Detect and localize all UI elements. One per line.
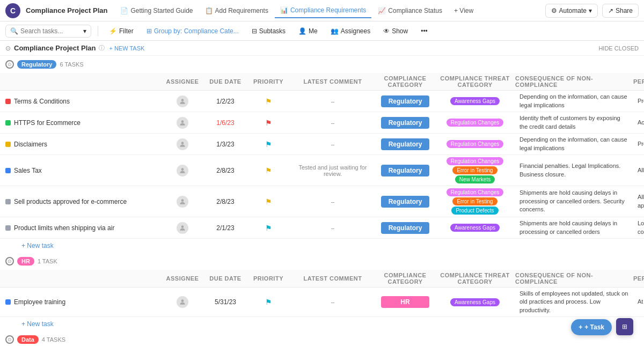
- task-name-cell: Sell products approved for e-commerce: [0, 195, 161, 209]
- collapse-regulatory-btn[interactable]: ⊙: [5, 60, 14, 69]
- hr-badge: HR: [17, 257, 34, 266]
- show-button[interactable]: 👁 Show: [379, 25, 412, 37]
- threat-tag: Regulation Changes: [447, 157, 504, 165]
- tab-icon-getting-started: 📄: [120, 7, 128, 14]
- col-compliance-header-hr: COMPLIANCE CATEGORY: [376, 272, 435, 285]
- tab-label-getting-started: Getting Started Guide: [130, 7, 193, 14]
- assignee-cell: [161, 138, 204, 150]
- comment-cell: Tested and just waiting for review.: [290, 163, 376, 178]
- threat-tag: Awareness Gaps: [450, 224, 500, 232]
- task-name[interactable]: Sales Tax: [14, 167, 42, 174]
- table-row: HTTPS for Ecommerce 1/6/23 ⚑ – Regulator…: [0, 112, 644, 134]
- collapse-hr-btn[interactable]: ⊙: [5, 257, 14, 266]
- search-chevron: ▾: [83, 27, 86, 35]
- task-name[interactable]: Product limits when shipping via air: [14, 224, 114, 232]
- tab-compliance-requirements[interactable]: 📊 Compliance Requirements: [275, 3, 371, 18]
- comment-cell: –: [290, 119, 376, 127]
- compliance-badge: Regulatory: [381, 138, 429, 150]
- assignee-cell: [161, 196, 204, 208]
- collapse-project-icon[interactable]: ⊙: [5, 45, 11, 52]
- priority-cell: ⚑: [247, 119, 290, 127]
- threat-cell: Regulation Changes Error in Testing Prod…: [435, 186, 515, 217]
- due-date-cell: 1/2/23: [204, 98, 247, 105]
- svg-point-4: [181, 199, 184, 202]
- tab-add-requirements[interactable]: 📋 Add Requirements: [200, 4, 274, 18]
- avatar: [177, 117, 188, 129]
- priority-cell: ⚑: [247, 197, 290, 206]
- task-name[interactable]: HTTPS for Ecommerce: [14, 119, 80, 127]
- subtasks-button[interactable]: ⊟ Subtasks: [247, 25, 290, 37]
- section-regulatory-header: ⊙ Regulatory 6 TASKS: [0, 56, 644, 73]
- group-by-button[interactable]: ⊞ Group by: Compliance Cate...: [142, 25, 243, 37]
- compliance-badge: Regulatory: [381, 196, 429, 208]
- col-perform-header: PERFORM: [633, 78, 644, 85]
- compliance-badge: Regulatory: [381, 95, 429, 107]
- assignee-cell: [161, 165, 204, 176]
- task-name[interactable]: Sell products approved for e-commerce: [14, 198, 127, 205]
- task-name-cell: Employee training: [0, 295, 161, 309]
- share-button[interactable]: ↗ Share: [602, 4, 639, 18]
- assignees-button[interactable]: 👥 Assignees: [326, 25, 375, 37]
- filter-button[interactable]: ⚡ Filter: [105, 25, 138, 37]
- new-task-button[interactable]: + NEW TASK: [109, 45, 144, 51]
- automate-button[interactable]: ⚙ Automate ▾: [545, 4, 598, 18]
- assignee-cell: [161, 117, 204, 129]
- consequence-cell: Shipments are hold causing delays in pro…: [515, 187, 633, 216]
- me-button[interactable]: 👤 Me: [294, 25, 322, 37]
- compliance-cell: Regulatory: [376, 115, 435, 131]
- perform-cell: Presence of Terms a: [633, 95, 644, 107]
- comment-cell: –: [290, 298, 376, 306]
- me-label: Me: [309, 27, 318, 35]
- collapse-data-btn[interactable]: ⊙: [5, 335, 14, 344]
- automate-icon: ⚙: [551, 7, 557, 14]
- priority-flag-icon: ⚑: [265, 197, 272, 206]
- share-icon: ↗: [608, 7, 613, 14]
- task-color-indicator: [5, 99, 11, 104]
- threat-tag: Product Defects: [451, 207, 498, 215]
- search-icon: 🔍: [10, 27, 18, 35]
- task-name[interactable]: Terms & Conditions: [14, 98, 70, 105]
- col-assignee-header: ASSIGNEE: [161, 78, 204, 85]
- compliance-badge: HR: [381, 296, 429, 308]
- priority-cell: ⚑: [247, 140, 290, 149]
- compliance-cell: Regulatory: [376, 220, 435, 236]
- search-input[interactable]: [20, 27, 81, 35]
- perform-cell: At least once a year: [633, 296, 644, 308]
- project-title: Compliance Project Plan: [26, 6, 107, 14]
- data-badge: Data: [17, 335, 39, 344]
- perform-cell: Low to none returna via air constraint: [633, 217, 644, 238]
- threat-cell: Regulation Changes: [435, 116, 515, 129]
- col-headers-regulatory: ASSIGNEE DUE DATE PRIORITY LATEST COMMEN…: [0, 73, 644, 91]
- task-name[interactable]: Employee training: [14, 298, 65, 306]
- add-task-hr[interactable]: + New task: [0, 317, 644, 331]
- comment-cell: –: [290, 140, 376, 149]
- priority-cell: ⚑: [247, 166, 290, 175]
- fab-label: + Task: [584, 323, 604, 331]
- tab-getting-started[interactable]: 📄 Getting Started Guide: [115, 4, 198, 18]
- threat-tag: Regulation Changes: [447, 188, 504, 196]
- assignee-cell: [161, 222, 204, 234]
- filter-label: Filter: [119, 27, 134, 35]
- avatar: [177, 196, 188, 208]
- filter-icon: ⚡: [109, 27, 117, 35]
- col-duedate-header-hr: DUE DATE: [204, 275, 247, 282]
- consequence-cell: Shipments are hold causing delays in pro…: [515, 217, 633, 238]
- avatar: [177, 138, 188, 150]
- priority-flag-icon: ⚑: [265, 119, 272, 127]
- tab-compliance-status[interactable]: 📈 Compliance Status: [372, 4, 448, 18]
- search-box[interactable]: 🔍 ▾: [5, 25, 91, 38]
- threat-cell: Regulation Changes: [435, 138, 515, 150]
- comment-cell: –: [290, 224, 376, 232]
- threat-tag: New Markets: [455, 175, 495, 183]
- table-row: Employee training 5/31/23 ⚑ – HR Awarene…: [0, 288, 644, 317]
- compliance-cell: Regulatory: [376, 136, 435, 152]
- project-header-row: ⊙ Compliance Project Plan ⓘ + NEW TASK H…: [0, 41, 644, 56]
- more-button[interactable]: •••: [416, 25, 432, 37]
- tab-view[interactable]: + View: [449, 4, 479, 18]
- hide-closed-button[interactable]: HIDE CLOSED: [598, 45, 639, 51]
- compliance-cell: Regulatory: [376, 194, 435, 210]
- add-task-regulatory[interactable]: + New task: [0, 239, 644, 253]
- assignee-cell: [161, 296, 204, 308]
- group-icon: ⊞: [147, 27, 152, 35]
- task-name[interactable]: Disclaimers: [14, 141, 47, 148]
